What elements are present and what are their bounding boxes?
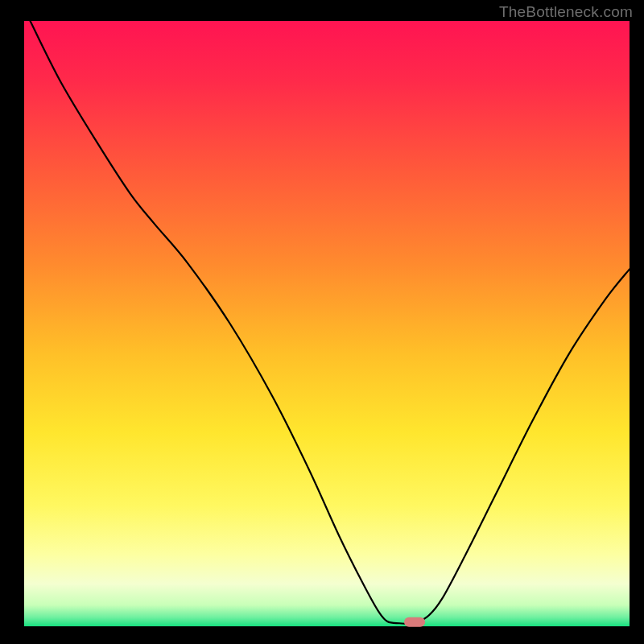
optimal-marker (404, 617, 425, 627)
bottleneck-chart: TheBottleneck.com (0, 0, 644, 644)
watermark-text: TheBottleneck.com (499, 3, 633, 21)
gradient-background (24, 21, 630, 626)
chart-svg (0, 0, 644, 644)
